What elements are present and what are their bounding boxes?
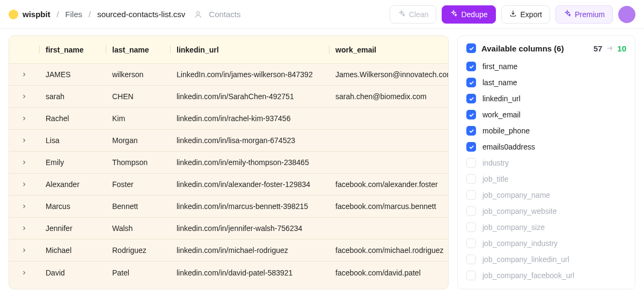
chevron-right-icon [21,115,27,122]
column-item[interactable]: job_title [466,173,626,185]
chevron-right-icon [21,71,27,78]
table-row[interactable]: EmilyThompsonlinkedin.com/in/emily-thomp… [9,152,448,174]
column-checkbox[interactable] [466,110,476,120]
column-item[interactable]: mobile_phone [466,125,626,137]
header-actions: Clean Dedupe Export Premium [390,5,635,24]
column-checkbox[interactable] [466,238,476,248]
column-checkbox[interactable] [466,255,476,264]
column-item[interactable]: job_company_website [466,205,626,217]
chevron-right-icon [21,225,27,232]
column-label: first_name [482,62,517,71]
column-checkbox[interactable] [466,78,476,87]
table-row[interactable]: MarcusBennettlinkedin.com/in/marcus-benn… [9,196,448,218]
column-item[interactable]: linkedin_url [466,93,626,105]
table-row[interactable]: LisaMorganlinkedin.com/in/lisa-morgan-67… [9,130,448,152]
column-header-work-email[interactable]: work_email [329,36,448,63]
column-header-linkedin[interactable]: linkedin_url [170,36,329,63]
cell-work-email: facebook.com/david.patel [329,262,448,283]
column-label: job_company_name [482,191,550,199]
export-button[interactable]: Export [501,5,550,24]
columns-panel-header: Available columns (6) 57 10 [466,43,626,53]
clean-button[interactable]: Clean [390,5,437,24]
column-checkbox[interactable] [466,158,476,168]
crumb-files[interactable]: Files [65,10,83,19]
chevron-right-icon [21,247,27,253]
premium-button[interactable]: Premium [555,5,613,24]
column-header-first-name[interactable]: first_name [39,36,106,63]
brand-name[interactable]: wispbit [23,10,50,19]
table-row[interactable]: JenniferWalshlinkedin.com/in/jennifer-wa… [9,218,448,240]
column-item[interactable]: job_company_industry [466,237,626,249]
column-item[interactable]: job_company_linkedin_url [466,253,626,265]
cell-linkedin: LinkedIn.com/in/james-wilkerson-847392 [170,64,329,85]
column-checkbox[interactable] [466,94,476,103]
cell-first-name: Jennifer [39,218,106,239]
cell-first-name: JAMES [39,64,106,85]
avatar[interactable] [618,6,635,23]
cell-work-email [329,108,448,129]
crumb-separator: / [86,10,93,19]
column-header-last-name[interactable]: last_name [106,36,170,63]
expand-toggle[interactable] [9,152,39,173]
table-row[interactable]: JAMESwilkersonLinkedIn.com/in/james-wilk… [9,64,448,86]
expand-toggle[interactable] [9,196,39,217]
cell-linkedin: linkedin.com/in/marcus-bennett-398215 [170,196,329,217]
cell-last-name: Patel [106,262,170,283]
sparkle-icon [398,10,405,19]
table-row[interactable]: AlexanderFosterlinkedin.com/in/alexander… [9,174,448,196]
column-checkbox[interactable] [466,126,476,136]
column-checkbox[interactable] [466,174,476,184]
expand-toggle[interactable] [9,86,39,107]
expand-toggle[interactable] [9,64,39,85]
data-table: first_name last_name linkedin_url work_e… [9,35,449,289]
table-row[interactable]: sarahCHENlinkedin.com/in/SarahChen-49275… [9,86,448,108]
column-item[interactable]: job_company_name [466,189,626,201]
expand-toggle[interactable] [9,130,39,151]
sparkle-icon [450,10,457,19]
cell-work-email [329,130,448,151]
expand-toggle[interactable] [9,218,39,239]
select-all-checkbox[interactable] [466,43,476,53]
cell-work-email: facebook.com/alexander.foster [329,174,448,195]
cell-last-name: Thompson [106,152,170,173]
download-icon [509,10,517,19]
table-row[interactable]: RachelKimlinkedin.com/in/rachel-kim-9374… [9,108,448,130]
table-row[interactable]: MichaelRodriguezlinkedin.com/in/michael-… [9,240,448,262]
svg-point-0 [197,11,200,14]
sparkle-icon [564,10,571,19]
columns-panel-title: Available columns (6) [481,44,588,53]
column-checkbox[interactable] [466,206,476,216]
cell-last-name: Kim [106,108,170,129]
column-item[interactable]: job_company_facebook_url [466,270,626,281]
category-label: Contacts [209,10,240,19]
column-list: first_namelast_namelinkedin_urlwork_emai… [466,61,626,281]
column-label: job_company_size [482,223,545,232]
expand-toggle[interactable] [9,262,39,283]
dedupe-button[interactable]: Dedupe [442,5,495,24]
column-item[interactable]: last_name [466,77,626,88]
column-item[interactable]: emails0address [466,141,626,153]
column-checkbox[interactable] [466,222,476,232]
column-item[interactable]: work_email [466,109,626,121]
column-item[interactable]: job_company_size [466,221,626,233]
expand-toggle[interactable] [9,108,39,129]
chevron-right-icon [21,270,27,276]
expand-toggle[interactable] [9,240,39,261]
header-bar: wispbit / Files / sourced-contacts-list.… [0,0,644,29]
table-row[interactable]: DavidPatellinkedin.com/in/david-patel-58… [9,262,448,283]
dedupe-label: Dedupe [461,10,487,19]
cell-linkedin: linkedin.com/in/michael-rodriguez [170,240,329,261]
expand-toggle[interactable] [9,174,39,195]
column-checkbox[interactable] [466,190,476,200]
column-item[interactable]: first_name [466,61,626,72]
cell-work-email: sarah.chen@biomedix.com [329,86,448,107]
brand-logo[interactable] [9,10,18,19]
cell-first-name: Emily [39,152,106,173]
cell-last-name: CHEN [106,86,170,107]
column-checkbox[interactable] [466,142,476,152]
column-item[interactable]: industry [466,157,626,169]
column-checkbox[interactable] [466,62,476,71]
export-label: Export [521,10,542,19]
crumb-filename[interactable]: sourced-contacts-list.csv [97,10,185,19]
column-checkbox[interactable] [466,271,476,280]
